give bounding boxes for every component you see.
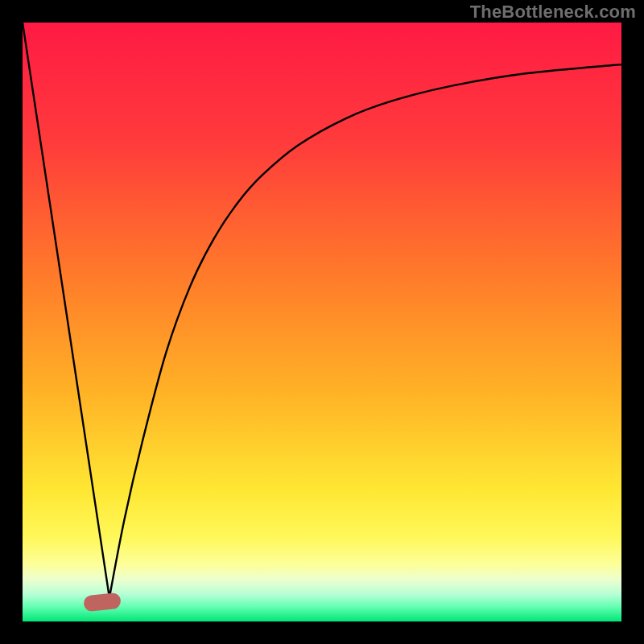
curve-layer: [23, 23, 621, 621]
bottleneck-curve: [23, 23, 621, 597]
watermark-text: TheBottleneck.com: [470, 2, 636, 23]
chart-frame: TheBottleneck.com: [0, 0, 644, 644]
plot-area: [23, 23, 621, 621]
